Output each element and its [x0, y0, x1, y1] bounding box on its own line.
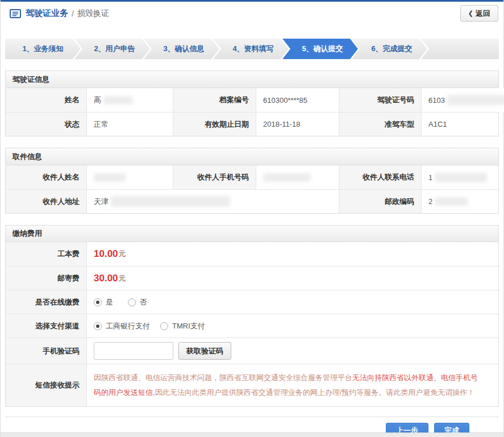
page-subtitle: 损毁换证 [77, 9, 109, 19]
vehicle-class-label: 准驾车型 [339, 113, 421, 136]
redacted-blur [435, 173, 487, 182]
table-row: 收件人姓名 收件人手机号码 收件人联系电话 1 [6, 165, 498, 189]
postcode-value: 2 [421, 190, 498, 213]
sms-code-input[interactable] [94, 342, 173, 360]
step-6-finish-submit[interactable]: 6、完成提交 [352, 39, 427, 59]
step-3-confirm-info[interactable]: 3、确认信息 [144, 39, 219, 59]
recipient-name-label: 收件人姓名 [6, 165, 86, 189]
breadcrumb: 驾驶证业务 / 损毁换证 [10, 8, 460, 19]
table-row: 工本费 10.00 元 [6, 242, 498, 266]
radio-label: 工商银行支付 [106, 321, 150, 331]
sms-notice-text: 因陕西省联通、电信运营商技术问题，陕西省互联网交通安全综合服务管理平台无法向持陕… [86, 364, 498, 406]
license-number-label: 驾驶证号码 [339, 88, 421, 112]
redacted-blur [94, 173, 126, 182]
pickup-info-section: 取件信息 收件人姓名 收件人手机号码 收件人联系电话 1 收件人地址 天津 邮政… [5, 148, 499, 214]
expiry-date-label: 有效期止日期 [173, 113, 256, 136]
redacted-blur [103, 96, 133, 105]
table-row: 短信接收提示 因陕西省联通、电信运营商技术问题，陕西省互联网交通安全综合服务管理… [6, 364, 498, 406]
notice-segment: 因此无法向此类用户提供陕西省交通管理业务的网上办理/预约等服务。请此类用户避免无… [155, 388, 475, 397]
sms-code-label: 手机验证码 [6, 338, 86, 364]
postage-fee-label: 邮寄费 [6, 267, 86, 290]
step-bar-filler [421, 39, 499, 59]
step-1-business-notes[interactable]: 1、业务须知 [5, 39, 81, 59]
recipient-name-value [86, 165, 173, 189]
recipient-phone-label: 收件人联系电话 [339, 165, 421, 189]
step-2-user-declaration[interactable]: 2、用户申告 [74, 39, 150, 59]
table-row: 手机验证码 获取验证码 [6, 338, 498, 364]
bottom-strip [1, 432, 503, 437]
online-payment-label: 是否在线缴费 [6, 290, 86, 314]
radio-label: TMRI支付 [172, 321, 205, 331]
radio-option-yes[interactable]: 是 [94, 297, 113, 307]
table-row: 姓名 高 档案编号 610300****85 驾驶证号码 6103 [6, 88, 498, 112]
table-row: 收件人地址 天津 邮政编码 2 [6, 189, 498, 213]
license-list-icon [10, 9, 21, 18]
vehicle-class-value: A1C1 [421, 113, 498, 136]
recipient-phone-value: 1 [421, 165, 498, 189]
step-wizard: 1、业务须知 2、用户申告 3、确认信息 4、资料填写 5、确认提交 6、完成提… [5, 39, 499, 59]
recipient-address-value: 天津 [86, 190, 339, 213]
breadcrumb-separator: / [72, 9, 74, 18]
back-button-label: 返回 [476, 9, 490, 19]
step-4-fill-materials[interactable]: 4、资料填写 [213, 39, 289, 59]
radio-unchecked-icon[interactable] [128, 298, 136, 306]
file-number-value: 610300****85 [256, 88, 339, 112]
sms-code-field: 获取验证码 [86, 338, 498, 364]
online-payment-options: 是 否 [86, 290, 498, 314]
production-fee-value: 10.00 元 [86, 242, 498, 266]
status-label: 状态 [6, 113, 86, 136]
pickup-info-title: 取件信息 [6, 148, 498, 165]
recipient-address-label: 收件人地址 [6, 190, 86, 213]
redacted-blur [447, 95, 504, 105]
radio-unchecked-icon[interactable] [160, 322, 168, 330]
table-row: 选择支付渠道 工商银行支付 TMRI支付 [6, 314, 498, 338]
back-button[interactable]: ❮ 返回 [460, 5, 498, 22]
name-label: 姓名 [6, 88, 86, 112]
production-fee-label: 工本费 [6, 242, 86, 266]
license-info-title: 驾驶证信息 [6, 71, 498, 88]
fee-unit: 元 [119, 249, 126, 259]
page: 驾驶证业务 / 损毁换证 ❮ 返回 1、业务须知 2、用户申告 3、确认信息 4… [0, 0, 504, 437]
recipient-mobile-value [256, 165, 339, 189]
license-info-section: 驾驶证信息 姓名 高 档案编号 610300****85 驾驶证号码 6103 … [5, 70, 499, 136]
page-title: 驾驶证业务 [26, 8, 68, 19]
name-value: 高 [86, 88, 173, 112]
table-row: 是否在线缴费 是 否 [6, 290, 498, 314]
header: 驾驶证业务 / 损毁换证 ❮ 返回 [1, 2, 503, 25]
payment-section: 缴纳费用 工本费 10.00 元 邮寄费 30.00 元 是否在线缴费 是 [5, 225, 499, 407]
sms-notice-label: 短信接收提示 [6, 364, 86, 406]
radio-checked-icon[interactable] [94, 298, 102, 306]
expiry-date-value: 2018-11-18 [256, 113, 339, 136]
table-row: 邮寄费 30.00 元 [6, 266, 498, 290]
fee-unit: 元 [119, 273, 126, 284]
radio-label: 是 [106, 297, 113, 307]
payment-channel-options: 工商银行支付 TMRI支付 [86, 314, 498, 338]
recipient-mobile-label: 收件人手机号码 [173, 165, 256, 189]
file-number-label: 档案编号 [173, 88, 256, 112]
get-code-button[interactable]: 获取验证码 [178, 342, 231, 360]
postage-fee-amount: 30.00 [94, 273, 118, 284]
payment-channel-label: 选择支付渠道 [6, 314, 86, 338]
redacted-blur [111, 196, 230, 207]
status-value: 正常 [86, 113, 173, 136]
radio-option-tmri[interactable]: TMRI支付 [160, 321, 205, 331]
step-5-confirm-submit[interactable]: 5、确认提交 [282, 39, 358, 59]
radio-option-icbc[interactable]: 工商银行支付 [94, 321, 150, 331]
table-row: 状态 正常 有效期止日期 2018-11-18 准驾车型 A1C1 [6, 112, 498, 136]
payment-title: 缴纳费用 [6, 226, 498, 242]
radio-label: 否 [140, 297, 147, 307]
radio-option-no[interactable]: 否 [128, 297, 147, 307]
license-number-value: 6103 [421, 88, 504, 112]
postcode-label: 邮政编码 [339, 190, 421, 213]
production-fee-amount: 10.00 [94, 248, 118, 260]
back-chevron-icon: ❮ [468, 10, 473, 17]
redacted-blur [263, 173, 311, 182]
radio-checked-icon[interactable] [94, 322, 102, 330]
postage-fee-value: 30.00 元 [86, 267, 498, 290]
notice-segment: 因陕西省联通、电信运营商技术问题，陕西省互联网交通安全综合服务管理平台 [94, 373, 352, 382]
redacted-blur [435, 197, 468, 206]
